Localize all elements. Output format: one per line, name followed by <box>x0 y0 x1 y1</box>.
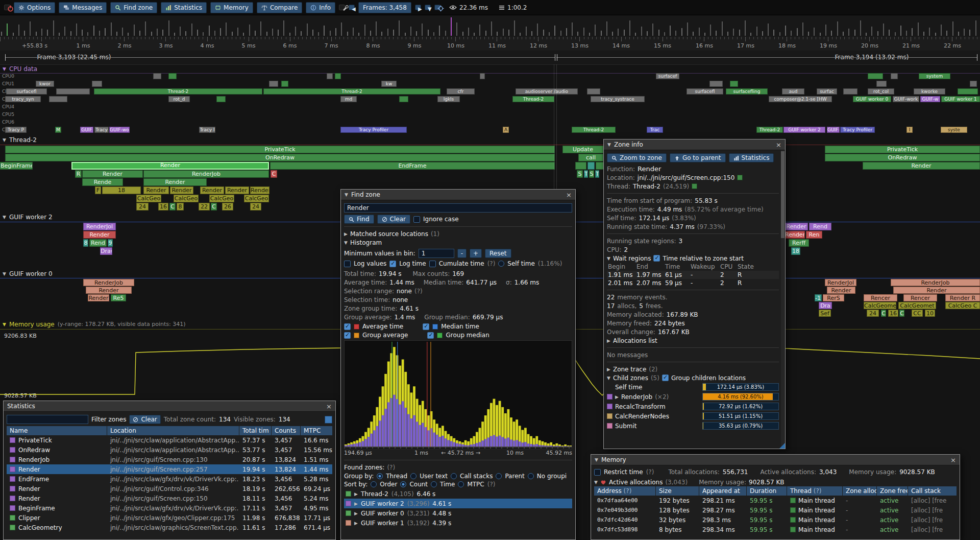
free-link[interactable]: [fre <box>932 526 943 533</box>
child-zone-row[interactable]: Submit35.63 µs (0.79%) <box>607 421 779 431</box>
collapse-icon[interactable]: ▼ <box>344 240 348 245</box>
zone[interactable]: 24 <box>250 203 261 210</box>
zone[interactable]: Tracy I <box>199 127 215 133</box>
table-row[interactable]: Clipperjni/../jni/src/claw/gfx/geo/Clipp… <box>7 513 332 523</box>
found-zone-group[interactable]: ▶GUIF worker 2(3,296)4.61 s <box>344 499 572 508</box>
zone[interactable]: 8 <box>177 203 184 210</box>
zone[interactable]: kworke <box>914 88 945 95</box>
zone[interactable]: M <box>55 127 61 133</box>
thread-color-swatch[interactable] <box>692 183 697 189</box>
table-row[interactable]: OnRedrawjni/../jni/src/claw/application/… <box>7 445 332 455</box>
zone[interactable]: syste <box>941 127 967 133</box>
legend-checkbox[interactable] <box>344 323 351 330</box>
scroll-button[interactable] <box>325 416 332 424</box>
clear-filter-button[interactable]: Clear <box>129 415 160 424</box>
zone[interactable]: EndFrame <box>270 162 555 170</box>
log-time-checkbox[interactable] <box>389 261 396 267</box>
child-zone-row[interactable]: Self time172.14 µs (3.83%) <box>607 382 779 392</box>
close-icon[interactable]: × <box>566 192 572 198</box>
zone[interactable]: Re5 <box>111 294 126 301</box>
statistics-table-header[interactable]: NameLocationTotal timCountsMTPC <box>7 426 332 435</box>
expand-icon[interactable]: ▶ <box>607 367 610 372</box>
zone[interactable] <box>281 81 288 87</box>
free-link[interactable]: [fre <box>932 516 943 524</box>
zone[interactable]: GUIF worker 1 <box>941 96 980 102</box>
zone-statistics-button[interactable]: Statistics <box>729 153 774 162</box>
table-row[interactable]: CalcGeometryjni/../jni/src/claw/graphics… <box>7 523 332 532</box>
zone[interactable]: RenderJob <box>83 279 134 286</box>
self-time-toggle[interactable] <box>498 261 504 267</box>
zone[interactable]: cfr <box>447 88 475 95</box>
zone[interactable] <box>49 96 67 102</box>
zone[interactable] <box>56 88 90 95</box>
zone[interactable]: Tracy Profiler <box>840 127 875 133</box>
zone[interactable]: Rerff <box>789 239 809 247</box>
expand-icon[interactable]: ▶ <box>615 394 619 400</box>
zone[interactable]: Tracy Profiler <box>340 127 407 133</box>
zone[interactable]: composer@2.1-se [HW <box>769 96 832 102</box>
zone[interactable] <box>587 162 595 170</box>
zone[interactable]: rot_d <box>168 96 190 102</box>
zone[interactable]: CalcGeo <box>174 195 199 202</box>
find-zone-histogram[interactable] <box>344 340 572 449</box>
column-header[interactable]: Counts <box>272 426 300 435</box>
zone[interactable]: 18 <box>102 186 141 194</box>
zone[interactable]: C <box>169 203 176 210</box>
memory-titlebar[interactable]: ▼ Memory × <box>591 455 960 465</box>
column-header[interactable]: Zone alloc <box>843 486 876 496</box>
zone[interactable] <box>216 96 226 102</box>
radio-button[interactable] <box>431 481 437 487</box>
zone[interactable]: Render <box>893 287 980 294</box>
wait-region-row[interactable]: 2.01 ms2.07 ms59 µs-2R <box>607 279 779 287</box>
increment-button[interactable]: + <box>470 249 482 258</box>
expand-icon[interactable]: ▶ <box>354 511 358 516</box>
zone[interactable]: PrivateTick <box>5 146 555 153</box>
zone[interactable] <box>970 81 977 87</box>
zone[interactable]: R <box>75 170 82 178</box>
alloc-link[interactable]: [alloc] <box>911 526 932 533</box>
free-link[interactable]: [free <box>932 497 946 504</box>
alloc-link[interactable]: [alloc] <box>911 516 932 524</box>
radio-button[interactable] <box>371 481 377 487</box>
collapse-icon[interactable]: ▼ <box>607 375 610 381</box>
zone[interactable]: GUIF-work <box>893 96 919 102</box>
zone[interactable]: Thread-2 <box>512 96 554 102</box>
zone[interactable]: tracy_syn <box>5 96 41 102</box>
zone[interactable]: Render <box>200 186 224 194</box>
zone[interactable] <box>843 88 857 95</box>
expand-icon[interactable]: ▶ <box>607 338 610 343</box>
zone[interactable]: OnRedraw <box>5 154 555 161</box>
zone[interactable]: RenderJol <box>825 279 856 286</box>
zone[interactable]: surfacef <box>656 73 679 79</box>
zone[interactable]: Render <box>863 162 980 170</box>
child-zone-row[interactable]: CalcRenderNodes51.51 µs (1.15%) <box>607 411 779 421</box>
zone[interactable]: T <box>595 170 599 178</box>
reset-button[interactable]: Reset <box>485 249 511 258</box>
zone[interactable]: C <box>899 310 904 317</box>
zone[interactable]: Render <box>785 223 808 230</box>
zone[interactable]: RenderJol <box>83 223 116 230</box>
decrement-button[interactable]: - <box>457 249 467 258</box>
collapse-icon[interactable]: ▼ <box>595 457 598 462</box>
allocations-table-header[interactable]: Address (?)SizeAppeared atDurationThread… <box>594 486 957 496</box>
zone[interactable]: call <box>578 154 603 161</box>
zone[interactable]: Render <box>143 178 207 186</box>
zone[interactable]: RenderJob <box>891 279 980 286</box>
zone[interactable]: CalcGeome <box>864 302 896 309</box>
collapse-icon[interactable]: ▼ <box>594 480 598 485</box>
table-row[interactable]: BeginFramejni/../jni/src/claw/gfx/drv/vk… <box>7 503 332 513</box>
child-zone-row[interactable]: RecalcTransform72.92 µs (1.62%) <box>607 402 779 411</box>
zone[interactable]: I <box>906 127 913 133</box>
zone[interactable] <box>876 81 887 87</box>
zone[interactable]: 24 <box>136 203 149 210</box>
zone[interactable]: Rend <box>809 223 831 230</box>
zone[interactable]: 18 <box>791 247 800 255</box>
zone[interactable]: Thread-2 <box>572 127 616 133</box>
filter-zones-input[interactable] <box>7 415 88 424</box>
zone[interactable] <box>335 73 341 79</box>
zone[interactable]: -17 <box>815 294 822 301</box>
zone[interactable]: GUIF-wor <box>109 127 130 133</box>
zone[interactable]: Rend <box>89 239 107 247</box>
alloc-link[interactable]: [alloc] <box>911 497 932 504</box>
zone[interactable]: CalcGeomet <box>898 302 936 309</box>
